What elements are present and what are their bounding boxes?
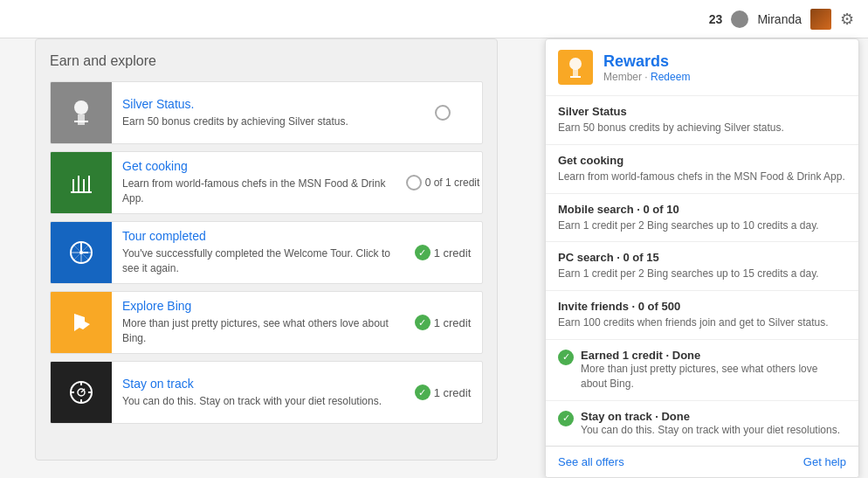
check-circle-track-done-icon: ✓	[558, 411, 574, 426]
rewards-list: Silver Status Earn 50 bonus credits by a…	[546, 96, 858, 463]
track-done-desc: You can do this. Stay on track with your…	[581, 423, 840, 438]
cooking-icon	[51, 152, 112, 213]
rewards-subtitle: Member · Redeem	[603, 71, 690, 83]
gear-icon[interactable]: ⚙	[840, 10, 854, 29]
empty-circle-cooking-icon	[406, 175, 422, 191]
reward-item-tour[interactable]: Tour completed You've successfully compl…	[50, 221, 483, 284]
earned-content: Earned 1 credit · Done More than just pr…	[581, 349, 846, 391]
tour-credit-text: 1 credit	[434, 246, 472, 260]
bing-credit-text: 1 credit	[434, 316, 472, 329]
track-status: ✓ 1 credit	[403, 384, 482, 400]
svg-rect-1	[78, 114, 85, 125]
empty-circle-icon	[435, 105, 451, 121]
entry-pc-title: PC search · 0 of 15	[558, 251, 846, 264]
reward-item-cooking[interactable]: Get cooking Learn from world-famous chef…	[50, 151, 483, 214]
bing-content: Explore Bing More than just pretty pictu…	[112, 292, 403, 353]
track-done-title: Stay on track · Done	[581, 410, 840, 423]
svg-rect-5	[83, 179, 85, 191]
track-credit-text: 1 credit	[434, 386, 472, 399]
get-help-link[interactable]: Get help	[803, 455, 846, 468]
cooking-title[interactable]: Get cooking	[122, 159, 393, 173]
entry-pc-desc: Earn 1 credit per 2 Bing searches up to …	[558, 267, 846, 281]
reward-item-track[interactable]: Stay on track You can do this. Stay on t…	[50, 361, 483, 424]
earned-desc: More than just pretty pictures, see what…	[581, 362, 846, 391]
entry-silver-desc: Earn 50 bonus credits by achieving Silve…	[558, 121, 846, 135]
earn-explore-panel: Earn and explore Silver Status. Earn 50 …	[35, 38, 498, 461]
track-content: Stay on track You can do this. Stay on t…	[112, 370, 403, 416]
rewards-entry-earned: ✓ Earned 1 credit · Done More than just …	[546, 340, 858, 401]
redeem-link[interactable]: Redeem	[651, 71, 690, 83]
check-circle-bing-icon: ✓	[415, 315, 431, 330]
track-done-content: Stay on track · Done You can do this. St…	[581, 410, 840, 438]
rewards-logo-icon	[558, 50, 593, 85]
svg-point-21	[569, 58, 582, 70]
bing-desc: More than just pretty pictures, see what…	[122, 316, 393, 346]
track-title[interactable]: Stay on track	[122, 377, 393, 391]
svg-rect-3	[72, 179, 74, 191]
cooking-status: 0 of 1 credit	[403, 175, 482, 191]
entry-cooking-desc: Learn from world-famous chefs in the MSN…	[558, 170, 846, 184]
entry-cooking-title: Get cooking	[558, 154, 846, 167]
tour-content: Tour completed You've successfully compl…	[112, 222, 403, 283]
reward-item-silver[interactable]: Silver Status. Earn 50 bonus credits by …	[50, 81, 483, 144]
rewards-entry-mobile: Mobile search · 0 of 10 Earn 1 credit pe…	[546, 194, 858, 243]
check-circle-track-icon: ✓	[415, 384, 431, 400]
track-desc: You can do this. Stay on track with your…	[122, 394, 393, 409]
member-label: Member	[603, 71, 642, 83]
rewards-entry-pc: PC search · 0 of 15 Earn 1 credit per 2 …	[546, 242, 858, 291]
tour-title[interactable]: Tour completed	[122, 229, 393, 243]
panel-title: Earn and explore	[50, 53, 483, 69]
medal-icon	[731, 10, 748, 28]
tour-status: ✓ 1 credit	[403, 245, 482, 260]
check-circle-earned-icon: ✓	[558, 350, 574, 365]
rewards-title: Rewards	[603, 52, 690, 71]
entry-mobile-desc: Earn 1 credit per 2 Bing searches up to …	[558, 218, 846, 233]
silver-title[interactable]: Silver Status.	[122, 97, 393, 111]
svg-rect-6	[88, 176, 90, 191]
avatar	[810, 9, 831, 30]
svg-point-0	[74, 100, 88, 114]
rewards-popup: Rewards Member · Redeem Silver Status Ea…	[545, 38, 859, 478]
cooking-content: Get cooking Learn from world-famous chef…	[112, 152, 403, 213]
silver-content: Silver Status. Earn 50 bonus credits by …	[112, 90, 403, 136]
rewards-title-block: Rewards Member · Redeem	[603, 52, 690, 83]
svg-rect-22	[573, 69, 578, 76]
earned-title: Earned 1 credit · Done	[581, 349, 846, 362]
silver-icon	[51, 82, 112, 143]
silver-desc: Earn 50 bonus credits by achieving Silve…	[122, 114, 393, 129]
rewards-entry-invite: Invite friends · 0 of 500 Earn 100 credi…	[546, 291, 858, 340]
rewards-entry-track-done: ✓ Stay on track · Done You can do this. …	[546, 401, 858, 447]
see-all-offers-link[interactable]: See all offers	[558, 455, 624, 468]
svg-rect-23	[570, 76, 581, 78]
bing-title[interactable]: Explore Bing	[122, 299, 393, 313]
rewards-entry-silver: Silver Status Earn 50 bonus credits by a…	[546, 96, 858, 145]
top-bar: 23 Miranda ⚙	[0, 0, 868, 38]
silver-status	[403, 105, 482, 121]
username: Miranda	[757, 12, 802, 26]
tour-icon	[51, 222, 112, 283]
rewards-footer: See all offers Get help	[546, 446, 858, 477]
entry-invite-desc: Earn 100 credits when friends join and g…	[558, 315, 846, 330]
cooking-credit-text: 0 of 1 credit	[425, 177, 480, 189]
entry-mobile-title: Mobile search · 0 of 10	[558, 203, 846, 216]
bing-status: ✓ 1 credit	[403, 315, 482, 330]
track-icon	[51, 362, 112, 423]
entry-silver-title: Silver Status	[558, 105, 846, 118]
svg-rect-7	[71, 191, 92, 193]
cooking-desc: Learn from world-famous chefs in the MSN…	[122, 177, 393, 206]
svg-rect-4	[78, 176, 79, 191]
bing-icon	[51, 292, 112, 353]
check-circle-tour-icon: ✓	[415, 245, 431, 260]
rewards-header: Rewards Member · Redeem	[546, 39, 858, 96]
entry-invite-title: Invite friends · 0 of 500	[558, 300, 846, 313]
rewards-entry-cooking: Get cooking Learn from world-famous chef…	[546, 145, 858, 194]
score-value: 23	[709, 12, 723, 26]
reward-item-bing[interactable]: Explore Bing More than just pretty pictu…	[50, 291, 483, 354]
tour-desc: You've successfully completed the Welcom…	[122, 246, 393, 276]
